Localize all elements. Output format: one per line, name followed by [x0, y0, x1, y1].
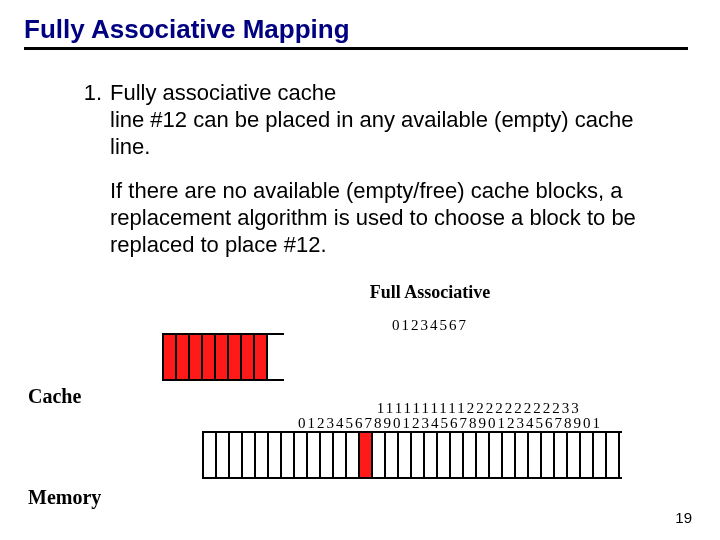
- memory-cell: [412, 433, 425, 477]
- memory-cell: [373, 433, 386, 477]
- cache-cell: [216, 335, 229, 379]
- cache-indices: 01234567: [162, 303, 698, 333]
- memory-cell: [529, 433, 542, 477]
- memory-cell: [399, 433, 412, 477]
- full-associative-label: Full Associative: [162, 283, 698, 301]
- memory-cell: [204, 433, 217, 477]
- memory-cell: [490, 433, 503, 477]
- memory-label: Memory: [28, 486, 101, 509]
- memory-cell: [516, 433, 529, 477]
- cache-label: Cache: [28, 385, 81, 408]
- memory-cell: [503, 433, 516, 477]
- memory-cell: [360, 433, 373, 477]
- memory-cell: [568, 433, 581, 477]
- memory-cell: [308, 433, 321, 477]
- memory-cell: [607, 433, 620, 477]
- cache-diagram: Full Associative 01234567 Cache: [22, 283, 698, 381]
- memory-cell: [282, 433, 295, 477]
- memory-cell: [386, 433, 399, 477]
- cache-cell: [242, 335, 255, 379]
- item-line-2: line #12 can be placed in any available …: [110, 107, 658, 161]
- cache-cell: [255, 335, 268, 379]
- list-number: 1.: [74, 80, 110, 160]
- memory-cell: [542, 433, 555, 477]
- cache-bars: [162, 333, 284, 381]
- memory-indices: 1111111111222222222233012345678901234567…: [202, 401, 698, 431]
- memory-cell: [334, 433, 347, 477]
- memory-cell: [464, 433, 477, 477]
- memory-cell: [555, 433, 568, 477]
- memory-cell: [438, 433, 451, 477]
- list-item: 1. Fully associative cache line #12 can …: [74, 80, 658, 160]
- memory-bars: [202, 431, 622, 479]
- page-number: 19: [675, 509, 692, 526]
- memory-diagram: 1111111111222222222233012345678901234567…: [22, 401, 698, 479]
- memory-cell: [477, 433, 490, 477]
- memory-cell: [451, 433, 464, 477]
- memory-cell: [425, 433, 438, 477]
- item-line-1: Fully associative cache: [110, 80, 658, 107]
- page-title: Fully Associative Mapping: [24, 14, 698, 45]
- memory-cell: [581, 433, 594, 477]
- memory-cell: [230, 433, 243, 477]
- memory-cell: [594, 433, 607, 477]
- cache-cell: [177, 335, 190, 379]
- cache-cell: [229, 335, 242, 379]
- memory-cell: [347, 433, 360, 477]
- memory-cell: [321, 433, 334, 477]
- memory-cell: [243, 433, 256, 477]
- paragraph: If there are no available (empty/free) c…: [110, 178, 658, 258]
- cache-cell: [190, 335, 203, 379]
- title-underline: [24, 47, 688, 50]
- cache-cell: [164, 335, 177, 379]
- memory-cell: [217, 433, 230, 477]
- cache-cell: [203, 335, 216, 379]
- memory-cell: [295, 433, 308, 477]
- memory-cell: [269, 433, 282, 477]
- memory-cell: [256, 433, 269, 477]
